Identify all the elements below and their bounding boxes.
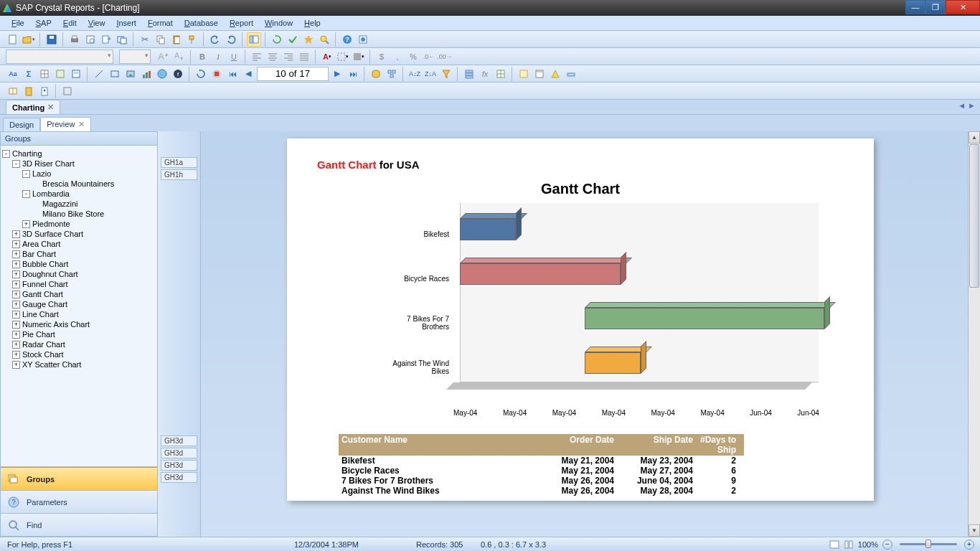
insert-summary-button[interactable]: Σ bbox=[22, 67, 36, 81]
new-button[interactable] bbox=[6, 32, 20, 47]
expert-button[interactable] bbox=[301, 32, 316, 47]
page-input[interactable] bbox=[257, 67, 329, 81]
font-family-combo[interactable] bbox=[6, 50, 113, 64]
menu-database[interactable]: Database bbox=[179, 17, 224, 29]
zoom-slider-thumb[interactable] bbox=[925, 540, 931, 548]
layout-icon-1[interactable] bbox=[829, 540, 839, 550]
align-justify-button[interactable] bbox=[297, 50, 311, 64]
underline-button[interactable]: U bbox=[227, 50, 241, 64]
insert-text-button[interactable]: Aa bbox=[6, 67, 20, 81]
section-label[interactable]: GH3d bbox=[161, 448, 197, 458]
preview-tab-close[interactable]: ✕ bbox=[78, 120, 85, 128]
tree-node[interactable]: Milano Bike Store bbox=[2, 209, 156, 219]
group-expert-button[interactable] bbox=[385, 67, 399, 81]
tab-nav-left[interactable]: ◄ bbox=[958, 101, 966, 110]
layout-icon-2[interactable] bbox=[844, 540, 854, 550]
section-label[interactable]: GH1a bbox=[161, 157, 197, 168]
about-button[interactable] bbox=[356, 32, 370, 47]
insert-flash-button[interactable]: f bbox=[171, 67, 185, 81]
menu-view[interactable]: View bbox=[83, 17, 111, 29]
zoom-out-button[interactable]: − bbox=[882, 540, 892, 550]
insert-chart-button[interactable] bbox=[139, 67, 154, 81]
export-more-button[interactable] bbox=[115, 32, 129, 47]
tree-toggle[interactable]: + bbox=[12, 361, 20, 369]
tree-toggle[interactable]: + bbox=[12, 341, 20, 349]
tree-toggle[interactable]: + bbox=[12, 270, 20, 278]
section-label[interactable]: GH3d bbox=[161, 472, 197, 483]
menu-file[interactable]: File bbox=[6, 17, 30, 29]
nav-prev-button[interactable]: ◀ bbox=[241, 67, 255, 81]
check-button[interactable] bbox=[286, 32, 300, 47]
insert-box-button[interactable] bbox=[108, 67, 122, 81]
menu-help[interactable]: Help bbox=[298, 17, 326, 29]
tree-toggle[interactable]: - bbox=[12, 160, 20, 168]
nav-find[interactable]: Find bbox=[1, 513, 157, 536]
zoom-percent[interactable]: 100% bbox=[858, 540, 878, 549]
tree-node[interactable]: +XY Scatter Chart bbox=[2, 359, 156, 369]
tree-node[interactable]: -3D Riser Chart bbox=[2, 159, 156, 169]
tree-node[interactable]: -Lazio bbox=[2, 169, 156, 179]
print-preview-button[interactable] bbox=[83, 32, 98, 47]
zoom-in-button[interactable]: + bbox=[964, 540, 974, 550]
refresh-data-button[interactable] bbox=[194, 67, 208, 81]
tree-node[interactable]: +Radar Chart bbox=[2, 339, 156, 349]
group-tree[interactable]: -Charting-3D Riser Chart-LazioBrescia Mo… bbox=[1, 146, 157, 466]
gantt-chart[interactable]: BikefestBicycle Races7 Bikes For 7 Broth… bbox=[382, 203, 844, 404]
menu-report[interactable]: Report bbox=[224, 17, 259, 29]
tree-node[interactable]: +Doughnut Chart bbox=[2, 269, 156, 279]
increase-font-button[interactable]: A▲ bbox=[156, 50, 171, 64]
tree-node[interactable]: Brescia Mountainers bbox=[2, 179, 156, 189]
gantt-bar-bikefest[interactable] bbox=[460, 213, 510, 240]
tree-node[interactable]: +Area Chart bbox=[2, 239, 156, 249]
thousands-button[interactable]: , bbox=[390, 50, 405, 64]
tree-toggle[interactable]: - bbox=[22, 190, 30, 198]
menu-window[interactable]: Window bbox=[259, 17, 298, 29]
tree-node[interactable]: +Numeric Axis Chart bbox=[2, 319, 156, 329]
redo-button[interactable] bbox=[224, 32, 238, 47]
find-button[interactable] bbox=[317, 32, 331, 47]
workbench-button[interactable] bbox=[564, 67, 578, 81]
database-expert-button[interactable] bbox=[369, 67, 383, 81]
olap-grid-button[interactable] bbox=[494, 67, 508, 81]
tree-toggle[interactable]: + bbox=[12, 301, 20, 309]
percent-button[interactable]: % bbox=[406, 50, 420, 64]
template-expert-button[interactable] bbox=[532, 67, 547, 81]
scroll-thumb[interactable] bbox=[969, 144, 979, 288]
tree-toggle[interactable]: + bbox=[12, 230, 20, 238]
zoom-slider[interactable] bbox=[900, 543, 957, 545]
menu-edit[interactable]: Edit bbox=[57, 17, 83, 29]
section-label[interactable]: GH3d bbox=[161, 435, 197, 446]
nav-groups[interactable]: Groups bbox=[1, 467, 157, 490]
maximize-button[interactable]: ❐ bbox=[925, 0, 946, 14]
highlight-expert-button[interactable] bbox=[517, 67, 531, 81]
report-explorer-button[interactable] bbox=[60, 84, 75, 98]
tree-toggle[interactable]: - bbox=[2, 150, 10, 158]
currency-button[interactable]: $ bbox=[374, 50, 389, 64]
nav-next-button[interactable]: ▶ bbox=[330, 67, 344, 81]
insert-picture-button[interactable] bbox=[123, 67, 138, 81]
tree-node[interactable]: +Bubble Chart bbox=[2, 259, 156, 269]
nav-last-button[interactable]: ⏭ bbox=[346, 67, 360, 81]
tree-node[interactable]: +Line Chart bbox=[2, 309, 156, 319]
formula-button[interactable]: fx bbox=[478, 67, 492, 81]
menu-insert[interactable]: Insert bbox=[110, 17, 142, 29]
design-tab[interactable]: Design bbox=[3, 118, 40, 131]
font-size-combo[interactable] bbox=[119, 50, 151, 64]
tree-toggle[interactable]: - bbox=[22, 170, 30, 178]
tree-node[interactable]: +Piedmonte bbox=[2, 219, 156, 229]
section-expert-button[interactable] bbox=[462, 67, 476, 81]
tree-toggle[interactable]: + bbox=[12, 351, 20, 359]
tab-nav-right[interactable]: ► bbox=[968, 101, 976, 110]
export-button[interactable] bbox=[99, 32, 113, 47]
tree-toggle[interactable]: + bbox=[12, 250, 20, 258]
minimize-button[interactable]: — bbox=[905, 0, 925, 14]
increase-decimals-button[interactable]: .0← bbox=[422, 50, 436, 64]
tree-node[interactable]: +3D Surface Chart bbox=[2, 229, 156, 239]
insert-line-button[interactable] bbox=[92, 67, 106, 81]
borders-button[interactable]: ▾ bbox=[336, 50, 350, 64]
decrease-font-button[interactable]: A▼ bbox=[172, 50, 187, 64]
tree-node[interactable]: -Charting bbox=[2, 149, 156, 159]
menu-sap[interactable]: SAP bbox=[30, 17, 57, 29]
align-center-button[interactable] bbox=[265, 50, 280, 64]
tree-toggle[interactable]: + bbox=[22, 220, 30, 228]
